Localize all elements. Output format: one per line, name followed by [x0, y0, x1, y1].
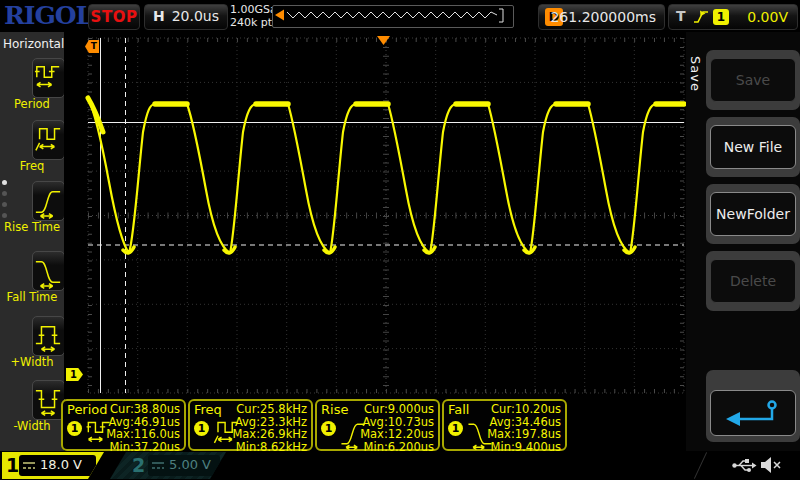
- measurement-name: Freq: [194, 402, 222, 417]
- period-icon: [34, 62, 62, 96]
- menu-title: Horizontal: [3, 37, 64, 51]
- horizontal-timebase-box[interactable]: H 20.0us: [144, 4, 228, 30]
- channel2-scale: 5.00 V: [169, 457, 211, 472]
- oscilloscope-screen: { "top_bar": { "logo": "RIGOL", "run_sta…: [0, 0, 800, 480]
- waveform-preview-icon: [273, 6, 511, 25]
- dc-coupling-icon: [151, 461, 165, 472]
- save-menu: Save Save New File NewFolder Delete: [686, 32, 800, 451]
- dc-coupling-icon: [22, 461, 36, 472]
- menu-item-freq-label: Freq: [0, 159, 64, 173]
- menu-item-period[interactable]: [32, 58, 65, 98]
- ch1-waveform: [88, 98, 684, 253]
- delete-button[interactable]: Delete: [710, 259, 796, 303]
- graticule-and-waveform: [64, 32, 686, 399]
- channel1-number: 1: [6, 454, 19, 476]
- measurement-source-badge: 1: [321, 421, 336, 436]
- measurement-name: Rise: [321, 402, 348, 417]
- menu-item-period-label: Period: [0, 97, 64, 111]
- h-label: H: [153, 8, 165, 24]
- new-file-button[interactable]: New File: [710, 125, 796, 169]
- delay-value: 261.200000ms: [550, 9, 656, 25]
- rigol-logo: RIGOL: [4, 2, 92, 30]
- menu-tab-save: Save: [688, 56, 703, 92]
- channel2-badge[interactable]: 2 5.00 V: [110, 452, 228, 479]
- waveform-preview-bar[interactable]: [272, 5, 514, 28]
- measurement-source-badge: 1: [448, 421, 463, 436]
- new-folder-button[interactable]: NewFolder: [710, 192, 796, 236]
- channel2-number: 2: [132, 454, 145, 476]
- menu-item-plus-width-label: +Width: [0, 355, 64, 369]
- menu-item-rise-time-label: Rise Time: [0, 220, 64, 234]
- menu-item-minus-width-label: -Width: [0, 419, 64, 433]
- measurement-panel-fall[interactable]: Fall 1 Cur:10.20us Avg:34.46us Max:197.8…: [442, 399, 567, 451]
- waveform-display: [64, 32, 686, 399]
- measurement-name: Fall: [448, 402, 469, 417]
- menu-page-dot-active: [2, 180, 7, 185]
- return-arrow-icon: [722, 398, 784, 428]
- horizontal-measure-menu: Horizontal Period Freq Rise Time Fall Ti…: [0, 32, 64, 451]
- channel1-badge[interactable]: 1 18.0 V: [2, 452, 108, 479]
- trigger-status-box[interactable]: T 1 0.00V: [668, 4, 798, 30]
- trigger-label: T: [676, 8, 686, 24]
- trigger-source-badge: 1: [713, 9, 729, 25]
- run-state-label: STOP: [91, 8, 138, 26]
- save-button[interactable]: Save: [710, 58, 796, 102]
- speaker-muted-icon: [760, 456, 782, 474]
- timebase-value: 20.0us: [172, 8, 219, 24]
- status-divider: [694, 452, 707, 479]
- measurement-name: Period: [67, 402, 108, 417]
- plus-width-icon: [34, 320, 62, 354]
- run-state-indicator[interactable]: STOP: [88, 4, 140, 30]
- channel-status-bar: 1 18.0 V 2 5.00 V: [0, 451, 800, 480]
- minus-width-icon: [34, 384, 62, 418]
- menu-page-dot: [2, 213, 7, 218]
- menu-item-freq[interactable]: [32, 120, 65, 160]
- menu-item-plus-width[interactable]: [32, 316, 65, 356]
- measurement-panel-period[interactable]: Period 1 Cur:38.80us Avg:46.91us Max:116…: [61, 399, 186, 451]
- measurement-panel-rise[interactable]: Rise 1 Cur:9.000us Avg:10.73us Max:12.20…: [315, 399, 440, 451]
- menu-item-fall-time[interactable]: [32, 251, 65, 291]
- menu-item-rise-time[interactable]: [32, 181, 65, 221]
- rising-edge-icon: [691, 7, 711, 27]
- top-status-bar: RIGOL STOP H 20.0us 1.00GSa/s 240k pts D…: [0, 0, 800, 32]
- horizontal-delay-box[interactable]: D 261.200000ms: [538, 4, 665, 30]
- measurement-source-badge: 1: [67, 421, 82, 436]
- freq-icon: [34, 124, 62, 158]
- channel1-scale: 18.0 V: [40, 457, 82, 472]
- measurement-panel-freq[interactable]: Freq 1 Cur:25.8kHz Avg:23.3kHz Max:26.9k…: [188, 399, 313, 451]
- menu-page-dot: [2, 191, 7, 196]
- menu-item-fall-time-label: Fall Time: [0, 290, 64, 304]
- trigger-level-value: 0.00V: [747, 9, 788, 25]
- fall-time-icon: [34, 255, 62, 289]
- menu-page-dot: [2, 202, 7, 207]
- return-button[interactable]: [710, 390, 796, 436]
- measurement-source-badge: 1: [194, 421, 209, 436]
- usb-icon: [731, 457, 757, 474]
- rise-time-icon: [34, 185, 62, 219]
